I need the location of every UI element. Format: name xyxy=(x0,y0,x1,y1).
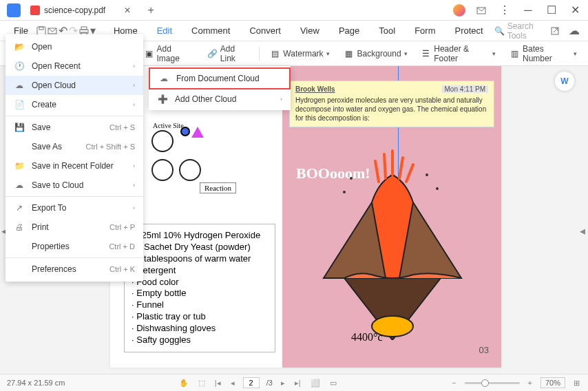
search-icon: 🔍 xyxy=(494,26,505,36)
background-label: Background xyxy=(357,49,401,59)
svg-point-14 xyxy=(343,191,346,193)
tab-tool[interactable]: Tool xyxy=(369,23,405,39)
total-pages: /3 xyxy=(266,379,273,387)
page-number: 03 xyxy=(479,345,489,355)
fit-page-icon[interactable]: ⬜ xyxy=(309,377,322,389)
add-image-label: Add Image xyxy=(156,44,193,63)
menu-save-cloud[interactable]: ☁Save to Cloud› xyxy=(6,176,143,195)
document-tab[interactable]: science-copy.pdf ✕ xyxy=(25,3,137,18)
document-page: Active Site Reaction 125ml 10% Hydrogen … xyxy=(110,66,501,368)
chevron-right-icon: › xyxy=(133,101,135,108)
svg-rect-1 xyxy=(37,27,45,35)
chevron-right-icon: › xyxy=(280,96,282,103)
zoom-slider[interactable] xyxy=(465,382,520,384)
open-cloud-submenu: ☁From Document Cloud ➕Add Other Cloud› xyxy=(149,66,291,110)
more-icon[interactable]: ⋮ xyxy=(494,1,515,20)
watermark-icon: ▤ xyxy=(269,48,280,59)
print-icon: 🖨 xyxy=(14,222,25,233)
maximize-button[interactable]: ☐ xyxy=(541,1,562,20)
select-tool-icon[interactable]: ⬚ xyxy=(197,377,207,389)
menu-print[interactable]: 🖨PrintCtrl + P xyxy=(6,218,143,237)
add-link-label: Add Link xyxy=(220,44,250,63)
new-tab-button[interactable]: + xyxy=(144,3,158,17)
cloud-icon: ☁ xyxy=(14,180,25,191)
share-icon[interactable] xyxy=(471,1,492,20)
zoom-thumb[interactable] xyxy=(481,379,489,387)
watermark-label: Watermark xyxy=(283,49,323,59)
menu-open[interactable]: 📂Open xyxy=(6,37,143,56)
add-link-button[interactable]: 🔗Add Link xyxy=(203,41,254,66)
create-icon: 📄 xyxy=(14,99,25,110)
submenu-add-other-cloud[interactable]: ➕Add Other Cloud› xyxy=(149,89,291,109)
menu-properties[interactable]: PropertiesCtrl + D xyxy=(6,237,143,256)
add-image-button[interactable]: ▣Add Image xyxy=(140,41,198,66)
menu-save[interactable]: 💾SaveCtrl + S xyxy=(6,118,143,137)
open-external-icon[interactable] xyxy=(549,23,562,39)
tab-page[interactable]: Page xyxy=(329,23,369,39)
ai-assistant-icon[interactable] xyxy=(453,4,465,17)
active-site-label: Active Site xyxy=(153,122,184,129)
chevron-down-icon: ▾ xyxy=(326,50,330,57)
cloud-icon[interactable]: ☁ xyxy=(567,23,580,39)
header-footer-button[interactable]: ☰Header & Footer▾ xyxy=(417,41,501,66)
menu-save-as[interactable]: Save AsCtrl + Shift + S xyxy=(6,137,143,156)
tab-edit[interactable]: Edit xyxy=(147,23,182,39)
tab-convert[interactable]: Convert xyxy=(240,23,291,39)
menu-export[interactable]: ↗Export To› xyxy=(6,198,143,218)
word-export-icon[interactable]: W xyxy=(555,72,574,91)
file-menu: 📂Open 🕐Open Recent› ☁Open Cloud› 📄Create… xyxy=(6,34,143,282)
page-input[interactable] xyxy=(243,377,260,388)
menu-preferences[interactable]: PreferencesCtrl + K xyxy=(6,260,143,279)
zoom-out-button[interactable]: − xyxy=(450,377,457,388)
comment-annotation[interactable]: Brook Wells Mon 4:11 PM Hydrogen peroxid… xyxy=(289,81,494,127)
menu-save-recent[interactable]: 📁Save in Recent Folder› xyxy=(6,156,143,176)
menu-create[interactable]: 📄Create› xyxy=(6,95,143,114)
tab-comment[interactable]: Comment xyxy=(182,23,240,39)
reaction-label: Reaction xyxy=(200,182,236,193)
chevron-right-icon: › xyxy=(133,82,135,89)
bates-icon: ▥ xyxy=(510,48,520,59)
folder-icon: 📁 xyxy=(14,160,25,171)
add-cloud-icon: ➕ xyxy=(157,94,168,105)
watermark-button[interactable]: ▤Watermark▾ xyxy=(265,45,333,62)
menu-open-cloud[interactable]: ☁Open Cloud› xyxy=(6,76,143,95)
next-page-button[interactable]: ▸ xyxy=(280,377,286,389)
comment-body: Hydrogen peroxide molecules are very uns… xyxy=(295,96,488,123)
prev-page-button[interactable]: ◂ xyxy=(229,377,236,389)
bates-label: Bates Number xyxy=(523,44,571,63)
image-icon: ▣ xyxy=(144,48,154,59)
close-window-button[interactable]: ✕ xyxy=(565,1,585,20)
bates-number-button[interactable]: ▥Bates Number▾ xyxy=(505,41,581,66)
close-tab-icon[interactable]: ✕ xyxy=(123,6,132,14)
collapse-right-icon[interactable]: ◂ xyxy=(580,224,587,238)
tab-form[interactable]: Form xyxy=(405,23,445,39)
minimize-button[interactable]: ─ xyxy=(518,1,538,20)
tab-view[interactable]: View xyxy=(291,23,329,39)
menu-open-recent[interactable]: 🕐Open Recent› xyxy=(6,56,143,76)
hand-tool-icon[interactable]: ✋ xyxy=(178,377,190,389)
list-item: Funnel xyxy=(132,299,268,311)
search-tools[interactable]: 🔍 Search Tools xyxy=(494,21,543,41)
chevron-down-icon: ▾ xyxy=(404,50,408,57)
first-page-button[interactable]: |◂ xyxy=(213,377,222,389)
submenu-label: From Document Cloud xyxy=(176,74,260,83)
chevron-right-icon: › xyxy=(133,204,135,211)
chevron-right-icon: › xyxy=(133,182,135,189)
background-button[interactable]: ▦Background▾ xyxy=(339,45,412,62)
tab-title: science-copy.pdf xyxy=(44,6,105,15)
page-dimensions: 27.94 x 21.59 cm xyxy=(7,379,65,387)
comment-time: Mon 4:11 PM xyxy=(442,85,488,93)
search-placeholder: Search Tools xyxy=(507,21,543,41)
last-page-button[interactable]: ▸| xyxy=(293,377,302,389)
chevron-right-icon: › xyxy=(133,63,135,70)
comment-author: Brook Wells xyxy=(295,85,335,93)
fit-width-icon[interactable]: ▭ xyxy=(328,377,338,389)
header-footer-icon: ☰ xyxy=(421,48,432,59)
volcano-illustration xyxy=(303,140,482,340)
view-mode-icon[interactable]: ⊞ xyxy=(572,377,581,389)
chevron-down-icon: ▾ xyxy=(574,50,577,57)
save-icon: 💾 xyxy=(14,122,25,133)
zoom-in-button[interactable]: + xyxy=(527,377,534,388)
tab-protect[interactable]: Protect xyxy=(445,23,492,39)
submenu-from-document-cloud[interactable]: ☁From Document Cloud xyxy=(149,67,291,89)
